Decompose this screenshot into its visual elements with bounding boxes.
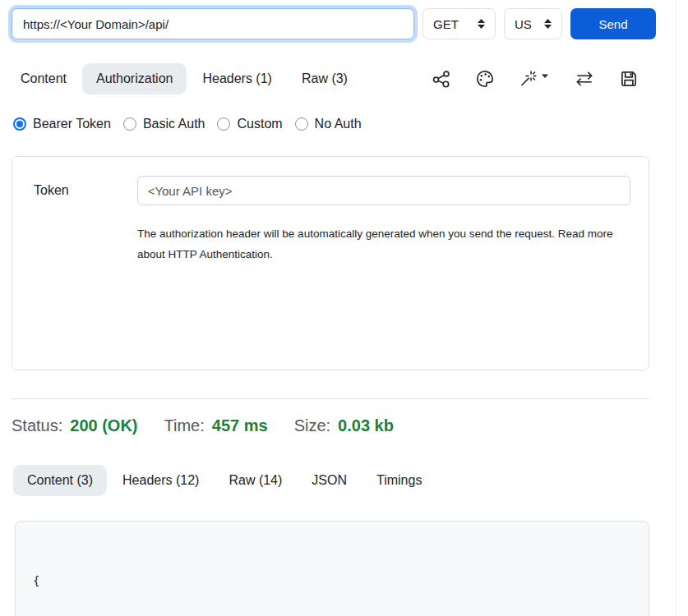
tab-raw[interactable]: Raw (3) xyxy=(288,63,362,94)
tab-response-raw[interactable]: Raw (14) xyxy=(215,465,296,496)
response-body-code: { "message": "API running." } xyxy=(15,521,649,616)
radio-no-auth[interactable] xyxy=(295,117,308,131)
method-select-value: GET xyxy=(433,17,459,31)
status-label: Status: xyxy=(12,416,62,435)
auth-option-basic-auth[interactable]: Basic Auth xyxy=(123,117,205,131)
response-status-bar: Status: 200 (OK) Time: 457 ms Size: 0.03… xyxy=(12,416,676,435)
token-input[interactable] xyxy=(137,176,630,205)
token-row: Token xyxy=(34,176,630,205)
auth-help-text: The authorization header will be automat… xyxy=(137,223,616,264)
auth-option-label: No Auth xyxy=(315,117,362,131)
auth-option-label: Custom xyxy=(237,117,282,131)
share-nodes-icon[interactable] xyxy=(431,68,452,90)
size-label: Size: xyxy=(294,416,330,435)
tab-response-headers[interactable]: Headers (12) xyxy=(109,465,213,496)
region-select[interactable]: US xyxy=(504,8,562,39)
response-tabs-row: Content (3) Headers (12) Raw (14) JSON T… xyxy=(13,465,676,496)
magic-wand-dropdown-icon[interactable] xyxy=(518,68,551,90)
status-value: 200 (OK) xyxy=(70,416,137,435)
request-bar: GET US Send xyxy=(12,8,656,39)
radio-basic-auth[interactable] xyxy=(123,117,136,131)
section-divider xyxy=(12,398,649,399)
auth-option-bearer-token[interactable]: Bearer Token xyxy=(13,117,111,131)
palette-icon[interactable] xyxy=(474,68,496,90)
transfer-arrows-icon[interactable] xyxy=(573,68,596,90)
time-value: 457 ms xyxy=(212,416,268,435)
auth-type-options: Bearer Token Basic Auth Custom No Auth xyxy=(13,117,676,131)
api-client-panel: GET US Send Content Authorization Header… xyxy=(0,0,676,616)
tab-content[interactable]: Content xyxy=(7,63,81,94)
tab-response-timings[interactable]: Timings xyxy=(362,465,436,496)
region-select-value: US xyxy=(515,17,532,31)
tab-authorization[interactable]: Authorization xyxy=(82,63,187,94)
tab-response-content[interactable]: Content (3) xyxy=(13,465,107,496)
auth-option-label: Bearer Token xyxy=(33,117,111,131)
updown-caret-icon xyxy=(544,19,552,29)
toolbar-icons xyxy=(431,68,640,90)
updown-caret-icon xyxy=(478,19,485,29)
token-label: Token xyxy=(34,183,137,198)
time-label: Time: xyxy=(164,416,205,435)
json-open-brace: { xyxy=(33,571,649,591)
auth-option-label: Basic Auth xyxy=(143,117,205,131)
auth-option-custom[interactable]: Custom xyxy=(217,117,282,131)
tab-response-json[interactable]: JSON xyxy=(298,465,361,496)
radio-bearer-token[interactable] xyxy=(13,117,26,131)
send-button[interactable]: Send xyxy=(570,8,656,39)
url-input[interactable] xyxy=(12,8,414,39)
tab-headers[interactable]: Headers (1) xyxy=(188,63,285,94)
radio-custom[interactable] xyxy=(217,117,230,131)
method-select[interactable]: GET xyxy=(422,8,496,39)
size-value: 0.03 kb xyxy=(338,416,394,435)
auth-option-no-auth[interactable]: No Auth xyxy=(295,117,362,131)
authorization-panel: Token The authorization header will be a… xyxy=(12,156,649,370)
request-tabs-row: Content Authorization Headers (1) Raw (3… xyxy=(7,63,676,94)
save-icon[interactable] xyxy=(618,68,640,90)
